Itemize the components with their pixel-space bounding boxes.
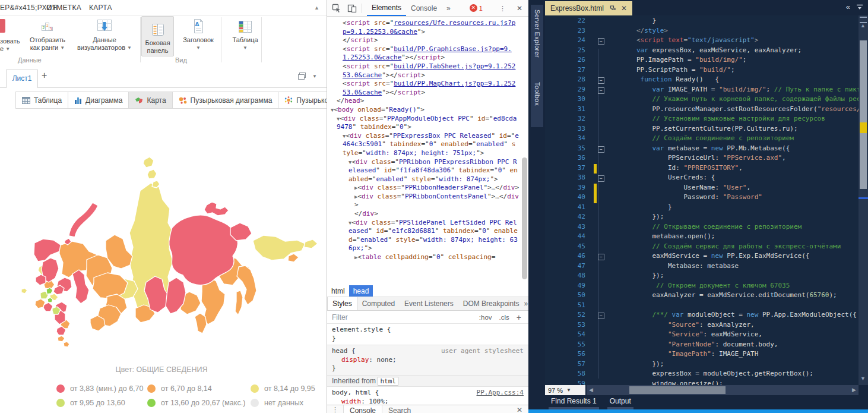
new-style-rule-icon[interactable]: + <box>517 313 521 322</box>
drawer-close-icon[interactable]: ✕ <box>517 405 528 413</box>
scroll-up-icon[interactable]: ▲ <box>860 23 866 29</box>
code-line[interactable]: 56 "ImagePath": IMAGE_PATH <box>545 350 859 360</box>
cut-off-button[interactable]: зовать е ▼ <box>0 16 28 53</box>
code-line[interactable]: 28− function Ready() { <box>545 75 859 86</box>
dom-tree-node[interactable]: ▼<body onload="Ready()"> <box>327 106 528 115</box>
dom-tree-node[interactable]: <script src="build/PP.MapChart.js?pp=9.1… <box>327 80 528 97</box>
scroll-left-icon[interactable]: ◀ <box>589 387 593 393</box>
code-line[interactable]: 22 } <box>545 17 859 27</box>
code-line[interactable]: 25 var expressBox, eaxMdService, eaxAnal… <box>545 46 859 56</box>
code-line[interactable]: 26 PP.ImagePath = "build/img/"; <box>545 56 859 66</box>
dom-tree-node[interactable]: ▶<div class="PPRibbonContentsPanel">…</d… <box>327 193 528 210</box>
code-line[interactable]: 43 // Открываем соединение с репозиторие… <box>545 223 859 233</box>
side-panel-button[interactable]: Боковая панель <box>141 16 174 56</box>
dom-tree-node[interactable]: </head> <box>327 97 528 106</box>
drawer-menu-icon[interactable]: ⋮ <box>327 405 343 413</box>
table-button[interactable]: Таблица ▼ <box>228 16 262 52</box>
breadcrumb-html[interactable]: html <box>327 287 349 295</box>
devtools-close-icon[interactable]: ✕ <box>511 4 528 12</box>
devtools-tab-console[interactable]: Console <box>406 0 442 16</box>
code-line[interactable]: 58 expressBox = moduleObject.getReportBo… <box>545 370 859 380</box>
tab-event-listeners[interactable]: Event Listeners <box>400 297 458 310</box>
style-rule-head[interactable]: user agent stylesheethead { display: non… <box>327 345 528 376</box>
ribbon-tab-mark[interactable]: ОТМЕТКА <box>46 4 81 12</box>
code-line[interactable]: 31 PP.resourceManager.setRootResourcesFo… <box>545 105 859 115</box>
hscrollbar-thumb[interactable] <box>629 386 726 394</box>
title-button[interactable]: A Заголовок ▼ <box>180 16 217 52</box>
dom-tree-node[interactable]: <script src="build/PP.GraphicsBase.js?pp… <box>327 45 528 62</box>
style-rule-body-html[interactable]: PP.App.css:4body, html { width: 100%; <box>327 387 528 405</box>
dom-tree-node[interactable]: ▼<div class="PPRibbon PPExpressRibbon PP… <box>327 158 528 184</box>
editor-scrollbar[interactable]: ▲ ▼ <box>859 15 868 385</box>
filter-input[interactable]: Filter <box>327 313 348 321</box>
cls-toggle[interactable]: .cls <box>499 314 509 321</box>
dom-tree-node[interactable]: ▼<div class="PPSlidePanel LeftSided PPC … <box>327 219 528 253</box>
more-panes-icon[interactable]: » <box>524 299 528 308</box>
window-layout-icon[interactable] <box>297 72 306 80</box>
window-menu-icon[interactable] <box>856 4 863 10</box>
tab-dom-breakpoints[interactable]: DOM Breakpoints <box>458 297 524 310</box>
scroll-down-icon[interactable]: ▼ <box>860 376 866 382</box>
style-rule-element[interactable]: element.style { } <box>327 324 528 345</box>
dom-tree-node[interactable]: ▼<div class="PPExpressBox PPC Released" … <box>327 132 528 158</box>
display-as-ranks-button[interactable]: 2 1 3 Отобразить как ранги ▼ <box>25 16 70 52</box>
code-line[interactable]: 36 PPServiceUrl: "PPService.axd", <box>545 154 859 164</box>
dom-tree-node[interactable]: </script> <box>327 36 528 45</box>
scroll-right-icon[interactable]: ▶ <box>852 387 856 393</box>
collapse-ribbon-icon[interactable]: ▲ <box>314 5 319 11</box>
server-explorer-tab[interactable]: Server Explorer <box>531 5 543 81</box>
add-sheet-button[interactable]: + <box>42 70 47 81</box>
code-line[interactable]: 33 PP.setCurrentCulture(PP.Cultures.ru); <box>545 125 859 135</box>
code-line[interactable]: 54 "Service": eaxMdService, <box>545 330 859 341</box>
horizontal-scrollbar[interactable]: ◀ ▶ <box>587 385 859 395</box>
zoom-select[interactable]: 97 % ▼ <box>545 385 585 395</box>
devtools-tab-elements[interactable]: Elements <box>367 0 406 16</box>
devtools-menu-icon[interactable]: ⋮ <box>495 4 511 12</box>
code-line[interactable]: 40 Password: "Password" <box>545 193 859 203</box>
code-line[interactable]: 49 // Откроем документ с ключом 67035 <box>545 282 859 292</box>
dom-tree-node[interactable]: <script src="build/PP.TabSheet.js?pp=9.1… <box>327 62 528 80</box>
view-map[interactable]: Карта <box>128 92 172 109</box>
code-editor[interactable]: 22 }23 </style>24− <script text="text/ja… <box>545 15 859 385</box>
code-line[interactable]: 52− /**/ var moduleObject = new PP.App.E… <box>545 311 859 321</box>
code-line[interactable]: 37 Id: "PPREPOSITORY", <box>545 164 859 174</box>
code-line[interactable]: 55 "ParentNode": document.body, <box>545 341 859 351</box>
pin-icon[interactable] <box>609 5 616 12</box>
visualizer-data-button[interactable]: Данные визуализаторов ▼ <box>72 16 137 52</box>
inspect-element-icon[interactable] <box>332 4 341 13</box>
scrollbar-thumb[interactable] <box>860 40 867 189</box>
hov-toggle[interactable]: :hov <box>479 314 492 321</box>
dom-tree-node[interactable]: ▶<table cellpadding="0" cellspacing= <box>327 253 528 262</box>
code-line[interactable]: 38− UserCreds: { <box>545 174 859 184</box>
dom-tree[interactable]: <script src="resources/Ufe.resources.ru.… <box>327 17 528 288</box>
map-regions[interactable] <box>21 157 318 347</box>
sheet-tab[interactable]: Лист1 <box>6 70 38 88</box>
output-tab[interactable]: Output <box>607 396 633 409</box>
view-bubble-chart[interactable]: Пузырьковая диаграмма <box>172 92 279 109</box>
toolbox-tab[interactable]: Toolbox <box>531 77 543 127</box>
breadcrumb-head[interactable]: head <box>349 285 373 297</box>
code-line[interactable]: 50 eaxAnalyzer = eaxMdService.editDocume… <box>545 291 859 301</box>
tab-computed[interactable]: Computed <box>357 297 400 310</box>
drawer-tab-console[interactable]: Console <box>343 405 382 413</box>
code-line[interactable]: 32 // Установим языковые настройки для р… <box>545 115 859 125</box>
find-results-tab[interactable]: Find Results 1 <box>549 396 599 409</box>
stylesheet-link[interactable]: PP.App.css:4 <box>477 389 524 398</box>
document-tab[interactable]: ExpressBox.html ✕ <box>545 1 632 15</box>
code-line[interactable]: 45 // Создаём сервис для работы с экспре… <box>545 242 859 253</box>
code-line[interactable]: 57 }); <box>545 360 859 370</box>
code-line[interactable]: 39 UserName: "User", <box>545 184 859 194</box>
code-line[interactable]: 47 Metabase: metabase <box>545 262 859 272</box>
dom-tree-node[interactable]: ▶<div class="PPRibbonHeadersPanel">…</di… <box>327 184 528 193</box>
drawer-tab-search[interactable]: Search <box>382 405 417 413</box>
promote-tabs-icon[interactable]: « <box>846 2 850 11</box>
more-tabs-icon[interactable]: » <box>442 0 455 16</box>
tab-close-icon[interactable]: ✕ <box>621 4 627 12</box>
code-line[interactable]: 29− var IMAGE_PATH = "build/img/"; // Пу… <box>545 86 859 96</box>
code-line[interactable]: 44 metabase.open(); <box>545 232 859 242</box>
code-line[interactable]: 41 } <box>545 203 859 213</box>
dropdown-arrow-icon[interactable]: ▼ <box>312 74 317 79</box>
code-line[interactable]: 59 window.onresize(); <box>545 380 859 386</box>
code-line[interactable]: 53 "Source": eaxAnalyzer, <box>545 321 859 331</box>
inherited-node-chip[interactable]: html <box>378 377 398 386</box>
